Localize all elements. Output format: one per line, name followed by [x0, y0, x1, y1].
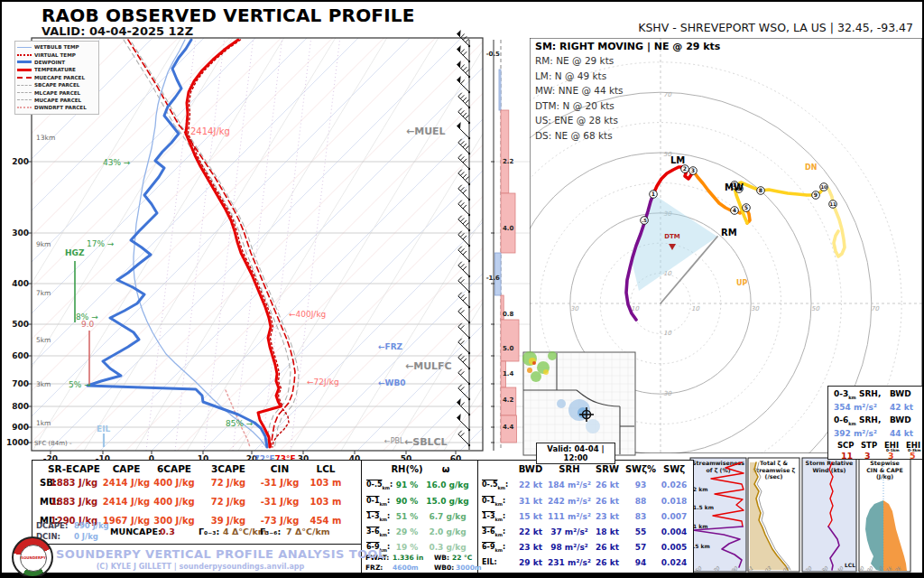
- thermo-value: 300 J/kg: [153, 516, 195, 526]
- valid-time: VALID: 04-04-2025 12Z: [42, 24, 193, 38]
- panel-title: (J/kg): [876, 473, 893, 480]
- index-value: 3: [864, 451, 871, 461]
- advection-value: -0.5: [486, 51, 500, 58]
- kinematics-value: 231 m²/s²: [548, 558, 591, 567]
- height-marker-label: 2: [683, 165, 687, 172]
- dcape-value: 890 J/kg: [74, 521, 109, 530]
- kinematics-row-label: 0-1km:: [482, 497, 505, 507]
- advection-value: 0.8: [503, 311, 514, 318]
- radar-echo: [548, 351, 557, 360]
- pressure-tick: 700: [12, 379, 29, 388]
- thermo-value: 2414 J/kg: [103, 478, 151, 488]
- kinematics-value: 29 kt: [519, 558, 542, 567]
- kinematics-value: 22 kt: [519, 480, 542, 489]
- kinematics-row-label: 1-3km:: [482, 512, 505, 522]
- srh-box-cell: BWD: [890, 415, 911, 424]
- height-marker-label: 5: [744, 204, 748, 210]
- panel-title: CIN & CAPE: [866, 467, 903, 473]
- index-header: SCP: [837, 441, 855, 450]
- warm-advection-bar: [501, 193, 515, 253]
- skewt-annotation: 2414J/kg: [190, 126, 230, 136]
- panel-ytick: 1 km: [693, 523, 708, 529]
- ring-label: 70: [871, 305, 879, 312]
- skewt-annotation: 43% →: [103, 158, 131, 167]
- ring-label: 10: [663, 330, 671, 337]
- rh-value: 19 %: [396, 543, 419, 552]
- thermo-value: 103 m: [310, 497, 342, 507]
- kinematics-value: 37 m²/s²: [550, 527, 588, 536]
- skewt-annotation: ←PBL: [384, 437, 404, 445]
- kinematics-row-label: 3-6km:: [482, 527, 505, 537]
- legend-sample-graydash: [17, 99, 32, 100]
- legend-sample-thinblue: [17, 47, 32, 48]
- pressure-tick: 800: [12, 402, 29, 411]
- skewt-annotation: 5% →: [69, 380, 91, 389]
- pressure-tick: 400: [12, 279, 29, 288]
- gamma36-value: 7 Δ°C/km: [286, 527, 330, 536]
- height-label: 1km: [36, 419, 51, 427]
- ring-label: 30: [663, 390, 671, 397]
- legend-item: DWNDRFT PARCEL: [17, 104, 97, 111]
- kinematics-value: 0.018: [661, 497, 687, 506]
- skewt-annotation: ←SBLCL: [404, 436, 448, 448]
- advection-value: -1.6: [486, 275, 500, 282]
- legend-item: MUCAPE PARCEL: [17, 97, 97, 104]
- legend-label: DEWPOINT: [34, 60, 65, 65]
- radar-echo: [532, 361, 536, 365]
- kinematics-value: 55: [635, 527, 647, 536]
- advection-value: 1.4: [503, 370, 514, 378]
- pressure-tick: 500: [12, 320, 29, 329]
- kinematics-header: SWζ: [663, 464, 685, 474]
- station-title: KSHV - SHREVEPORT WSO, LA US | 32.45, -9…: [638, 21, 913, 34]
- kinematics-header: BWD: [519, 464, 542, 474]
- skewt-annotation: HGZ: [65, 248, 85, 257]
- index-value: 11: [841, 451, 853, 461]
- thermo-header: LCL: [316, 463, 335, 474]
- storm-motion-line-text: US: ENE @ 28 kts: [535, 115, 720, 126]
- kinematics-row-label: 0-.5km:: [482, 480, 508, 490]
- thermo-value: 103 m: [310, 478, 342, 488]
- moisture-row-label: 1-3km:: [366, 512, 390, 522]
- warm-advection-bar: [501, 110, 509, 193]
- srh-summary-box: 0-3km SRH,BWD354 m²/s²42 kt0-6km SRH,BWD…: [827, 386, 923, 460]
- index-value: 3: [888, 451, 894, 461]
- height-label: 13km: [36, 134, 55, 142]
- kinematics-row-label: EIL:: [482, 558, 497, 566]
- srh-box-cell: BWD: [890, 389, 911, 398]
- skewt-annotation: ←WB0: [378, 378, 406, 387]
- thermo-value: 454 m: [310, 516, 342, 526]
- page-title: RAOB OBSERVED VERTICAL PROFILE: [42, 5, 415, 26]
- skewt-annotation: ←MUEL: [406, 126, 446, 137]
- radar-echo: [531, 371, 541, 382]
- storm-motion-line-text: DS: NE @ 68 kts: [535, 130, 720, 141]
- legend-label: MUCAPE PARCEL: [34, 98, 81, 103]
- table-divider: [477, 461, 478, 573]
- hodo-label-lm: LM: [670, 155, 685, 165]
- thermo-value: -31 J/kg: [261, 478, 300, 488]
- kinematics-row-label: 6-9km:: [482, 543, 505, 553]
- legend-item: MLCAPE PARCEL: [17, 89, 97, 96]
- advection-value: 4.2: [503, 396, 514, 404]
- bottom-bar: [2, 573, 924, 578]
- moisture-row-label: 0-1km:: [366, 497, 390, 507]
- storm-motion-text: SM: RIGHT MOVING | NE @ 29 kts RM: NE @ …: [535, 41, 720, 144]
- pressure-tick: 600: [12, 351, 29, 360]
- mixing-ratio-value: 15.0 g/kg: [426, 497, 469, 506]
- legend-sample-thickblue: [17, 61, 32, 63]
- thermo-value: -31 J/kg: [261, 497, 300, 507]
- legend-label: TEMPERATURE: [34, 67, 76, 72]
- pressure-tick: 1000: [6, 438, 29, 447]
- srh-box-cell: 42 kt: [890, 403, 913, 412]
- kinematics-header: SRW: [596, 464, 619, 474]
- mini-panel-0: Streamwisenessof ζ (%)2 km1.5 km1 km.5 k…: [690, 458, 746, 574]
- legend-sample-reddash: [17, 77, 32, 79]
- legend-label: SBCAPE PARCEL: [34, 82, 79, 88]
- kinematics-value: 88: [635, 497, 647, 506]
- height-marker-label: 10: [820, 184, 827, 190]
- kinematics-value: 26 kt: [596, 543, 619, 552]
- legend-item: VIRTUAL TEMP: [17, 51, 97, 58]
- legend-item: WETBULB TEMP: [17, 43, 97, 51]
- pwat-value: 1.336 in: [393, 554, 423, 562]
- wb-label: WB:: [434, 554, 449, 562]
- height-label: 9km: [36, 240, 51, 248]
